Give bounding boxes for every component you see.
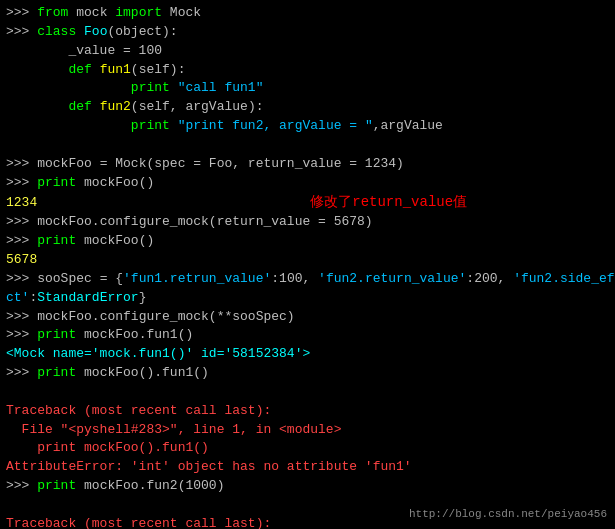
line-12: >>> print mockFoo(): [6, 232, 609, 251]
line-5: print "call fun1": [6, 79, 609, 98]
line-3: _value = 100: [6, 42, 609, 61]
line-9: >>> print mockFoo(): [6, 174, 609, 193]
line-20: Traceback (most recent call last):: [6, 402, 609, 421]
line-blank1: [6, 136, 609, 155]
watermark: http://blog.csdn.net/peiyao456: [409, 507, 607, 523]
line-18: <Mock name='mock.fun1()' id='58152384'>: [6, 345, 609, 364]
line-15: ct':StandardError}: [6, 289, 609, 308]
line-21: File "<pyshell#283>", line 1, in <module…: [6, 421, 609, 440]
line-16: >>> mockFoo.configure_mock(**sooSpec): [6, 308, 609, 327]
terminal: >>> from mock import Mock >>> class Foo(…: [0, 0, 615, 529]
line-blank2: [6, 383, 609, 402]
line-8: >>> mockFoo = Mock(spec = Foo, return_va…: [6, 155, 609, 174]
line-4: def fun1(self):: [6, 61, 609, 80]
line-2: >>> class Foo(object):: [6, 23, 609, 42]
line-23: AttributeError: 'int' object has no attr…: [6, 458, 609, 477]
line-11: >>> mockFoo.configure_mock(return_value …: [6, 213, 609, 232]
line-1: >>> from mock import Mock: [6, 4, 609, 23]
line-7: print "print fun2, argValue = ",argValue: [6, 117, 609, 136]
line-19: >>> print mockFoo().fun1(): [6, 364, 609, 383]
line-22: print mockFoo().fun1(): [6, 439, 609, 458]
line-17: >>> print mockFoo.fun1(): [6, 326, 609, 345]
line-10: 1234 修改了return_value值: [6, 192, 609, 213]
line-14: >>> sooSpec = {'fun1.retrun_value':100, …: [6, 270, 609, 289]
line-24: >>> print mockFoo.fun2(1000): [6, 477, 609, 496]
line-6: def fun2(self, argValue):: [6, 98, 609, 117]
line-13: 5678: [6, 251, 609, 270]
